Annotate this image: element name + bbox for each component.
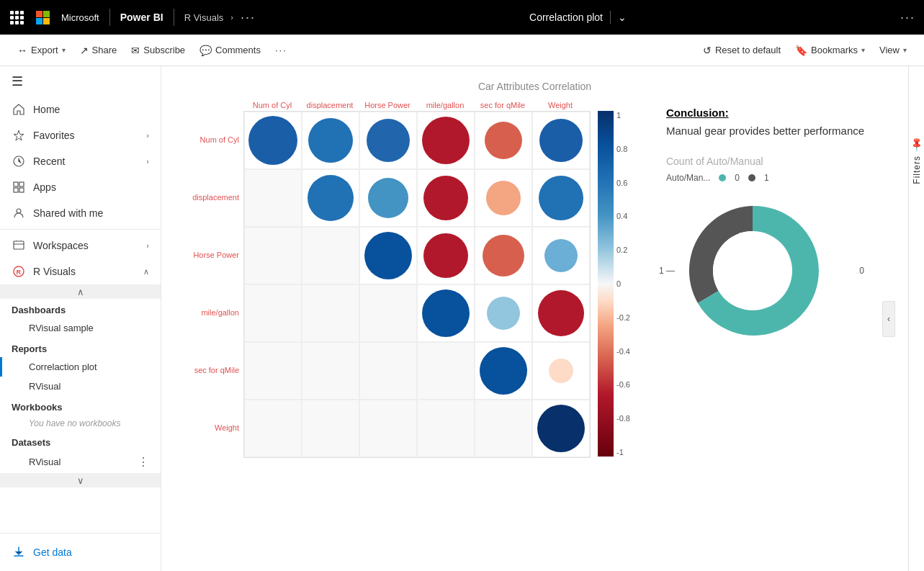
favorites-icon bbox=[12, 128, 26, 143]
row-label-1: displacement bbox=[183, 168, 243, 226]
reset-button[interactable]: ↺ Reset to default bbox=[697, 41, 786, 60]
workspaces-icon bbox=[12, 238, 26, 253]
layout: ☰ Home Favorites › bbox=[0, 66, 924, 571]
waffle-menu[interactable] bbox=[9, 9, 24, 25]
scroll-up-btn[interactable]: ∧ bbox=[0, 284, 161, 299]
cell-2-5 bbox=[532, 227, 590, 284]
cell-3-5 bbox=[532, 284, 590, 342]
nav-microsoft-label: Microsoft bbox=[61, 12, 99, 23]
recent-icon bbox=[12, 154, 26, 168]
sidebar: ☰ Home Favorites › bbox=[0, 66, 161, 571]
workspaces-chevron: › bbox=[146, 241, 149, 250]
legend-value-0: 0 bbox=[735, 173, 740, 183]
share-button[interactable]: ↗ Share bbox=[74, 41, 123, 60]
sidebar-get-data[interactable]: Get data bbox=[0, 539, 161, 565]
sidebar-sub-correlaction[interactable]: Correlaction plot bbox=[0, 357, 161, 377]
toolbar-right: ↺ Reset to default 🔖 Bookmarks ▾ View ▾ bbox=[697, 41, 912, 60]
donut-label-0: 0 bbox=[859, 266, 864, 276]
col-labels-row: Num of Cyl displacement Horse Power mile… bbox=[243, 99, 630, 111]
comments-button[interactable]: 💬 Comments bbox=[194, 41, 266, 60]
sidebar-sub-dataset-rvisual[interactable]: RVisual ⋮ bbox=[0, 451, 161, 473]
nav-title: Correlaction plot bbox=[529, 12, 603, 23]
cell-3-2 bbox=[359, 284, 417, 342]
nav-kebab[interactable]: ··· bbox=[900, 10, 915, 25]
subscribe-icon: ✉ bbox=[131, 45, 140, 56]
reset-icon: ↺ bbox=[703, 45, 712, 56]
donut-inner2 bbox=[713, 231, 792, 310]
bookmarks-chevron: ▾ bbox=[861, 46, 865, 54]
share-icon: ↗ bbox=[80, 45, 89, 56]
sidebar-item-workspaces[interactable]: Workspaces › bbox=[0, 233, 161, 258]
home-icon bbox=[12, 102, 26, 117]
sidebar-sub-rvisual-sample[interactable]: RVisual sample bbox=[0, 318, 161, 338]
svg-rect-1 bbox=[14, 182, 18, 186]
workspaces-label: Workspaces bbox=[33, 240, 139, 251]
cb-label-n1: -1 bbox=[616, 448, 630, 457]
col-label-5: Weight bbox=[531, 99, 589, 111]
donut-chart bbox=[666, 192, 839, 350]
shared-label: Shared with me bbox=[33, 207, 149, 219]
dashboards-section: Dashboards bbox=[0, 299, 161, 318]
svg-rect-3 bbox=[14, 188, 18, 192]
more-options-icon: ··· bbox=[275, 45, 287, 55]
col-label-0: Num of Cyl bbox=[243, 99, 301, 111]
view-button[interactable]: View ▾ bbox=[874, 41, 912, 59]
nav-more-btn[interactable]: ··· bbox=[241, 10, 256, 25]
svg-text:R: R bbox=[17, 269, 22, 276]
bookmarks-button[interactable]: 🔖 Bookmarks ▾ bbox=[789, 41, 871, 60]
sidebar-item-shared[interactable]: Shared with me bbox=[0, 200, 161, 226]
sidebar-item-rvisuals[interactable]: R R Visuals ∧ bbox=[0, 258, 161, 284]
filters-pin-icon: 📌 bbox=[908, 135, 924, 152]
export-button[interactable]: ↔ Export ▾ bbox=[12, 41, 71, 60]
cell-5-3 bbox=[417, 400, 475, 457]
cell-5-2 bbox=[359, 400, 417, 457]
hamburger-icon: ☰ bbox=[12, 73, 23, 89]
cb-label-n06: -0.6 bbox=[616, 380, 630, 389]
cell-1-1 bbox=[302, 169, 359, 227]
bookmarks-label: Bookmarks bbox=[811, 45, 858, 55]
dataset-kebab[interactable]: ⋮ bbox=[138, 455, 149, 469]
cell-1-3 bbox=[417, 169, 475, 227]
sidebar-item-apps[interactable]: Apps bbox=[0, 174, 161, 200]
cell-0-3 bbox=[417, 112, 475, 169]
donut-label-1: 1 — bbox=[659, 266, 675, 276]
col-label-2: Horse Power bbox=[359, 99, 416, 111]
cell-1-5 bbox=[532, 169, 590, 227]
nav-brand: Power BI bbox=[120, 12, 163, 23]
sidebar-item-home[interactable]: Home bbox=[0, 96, 161, 122]
row-label-0: Num of Cyl bbox=[183, 111, 243, 168]
recent-label: Recent bbox=[33, 156, 139, 167]
export-icon: ↔ bbox=[17, 45, 27, 56]
cb-label-02: 0.2 bbox=[616, 246, 630, 254]
sidebar-sub-rvisual[interactable]: RVisual bbox=[0, 377, 161, 396]
subscribe-button[interactable]: ✉ Subscribe bbox=[125, 41, 191, 60]
matrix-with-row-labels: Num of Cyl displacement Horse Power mile… bbox=[183, 111, 630, 458]
subscribe-label: Subscribe bbox=[143, 45, 185, 55]
export-label: Export bbox=[31, 45, 58, 55]
cb-label-n02: -0.2 bbox=[616, 313, 630, 322]
sidebar-hamburger[interactable]: ☰ bbox=[0, 66, 161, 96]
shared-icon bbox=[12, 206, 26, 220]
nav-workspace[interactable]: R Visuals bbox=[184, 12, 224, 23]
sidebar-item-recent[interactable]: Recent › bbox=[0, 148, 161, 174]
cell-5-4 bbox=[475, 400, 532, 457]
datasets-section: Datasets bbox=[0, 431, 161, 451]
ms-logo bbox=[36, 11, 50, 24]
filters-label[interactable]: Filters bbox=[912, 156, 922, 184]
scroll-down-btn[interactable]: ∨ bbox=[0, 473, 161, 487]
comments-icon: 💬 bbox=[199, 45, 212, 56]
get-data-icon bbox=[12, 545, 26, 559]
sidebar-divider1 bbox=[0, 229, 161, 230]
cell-1-0 bbox=[244, 169, 302, 227]
col-label-1: displacement bbox=[301, 99, 359, 111]
nav-title-dropdown[interactable]: ⌄ bbox=[618, 12, 627, 23]
sidebar-bottom: Get data bbox=[0, 533, 161, 571]
collapse-panel-btn[interactable]: ‹ bbox=[882, 301, 895, 337]
cell-3-4 bbox=[475, 284, 532, 342]
share-label: Share bbox=[92, 45, 117, 55]
cell-2-2 bbox=[359, 227, 417, 284]
sidebar-item-favorites[interactable]: Favorites › bbox=[0, 122, 161, 148]
correlation-matrix-area: Num of Cyl displacement Horse Power mile… bbox=[183, 99, 630, 458]
more-options-button[interactable]: ··· bbox=[269, 41, 293, 59]
cell-0-4 bbox=[475, 112, 532, 169]
